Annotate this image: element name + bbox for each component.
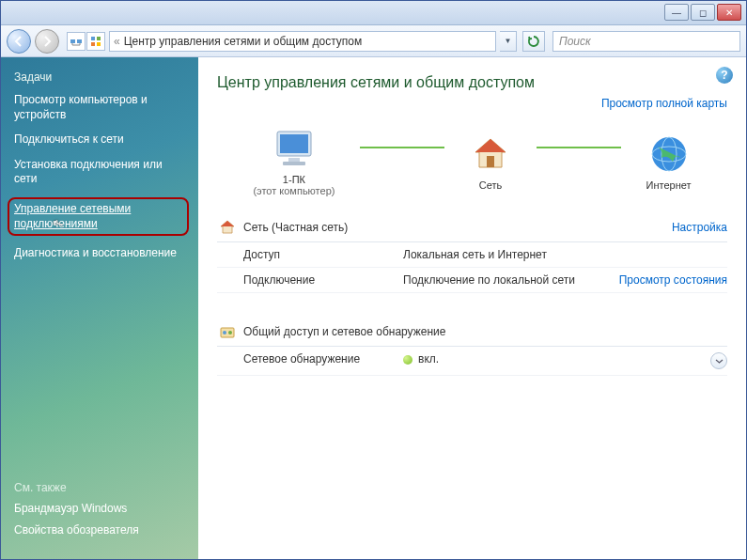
help-icon[interactable]: ?	[716, 67, 733, 84]
close-button[interactable]: ✕	[717, 4, 741, 21]
task-manage-connections[interactable]: Управление сетевыми подключениями ↖	[8, 197, 189, 236]
maximize-button[interactable]: ◻	[691, 4, 715, 21]
view-status-link[interactable]: Просмотр состояния	[619, 273, 727, 287]
refresh-icon	[527, 35, 540, 48]
search-input[interactable]: Поиск	[552, 31, 740, 52]
network-section-title: Сеть (Частная сеть)	[243, 221, 672, 234]
task-setup-connection[interactable]: Установка подключения или сети	[14, 158, 185, 187]
detail-row-discovery: Сетевое обнаружение вкл.	[217, 347, 727, 376]
arrow-right-icon	[41, 36, 53, 47]
pc-label: 1-ПК	[253, 174, 335, 185]
titlebar: — ◻ ✕	[1, 1, 746, 25]
svg-rect-8	[288, 158, 300, 162]
sharing-section-title: Общий доступ и сетевое обнаружение	[243, 325, 727, 338]
house-icon	[470, 131, 511, 178]
connection-value: Подключение по локальной сети	[403, 273, 619, 287]
window-frame: — ◻ ✕ « Центр управления сетями и общим …	[0, 0, 747, 560]
address-bar-text: Центр управления сетями и общим доступом	[124, 35, 363, 48]
svg-rect-4	[91, 42, 95, 46]
see-also-firewall[interactable]: Брандмауэр Windows	[14, 502, 185, 517]
svg-point-16	[228, 331, 232, 334]
minimize-button[interactable]: —	[664, 4, 689, 21]
address-dropdown-button[interactable]: ▼	[500, 31, 517, 52]
network-map: 1-ПК (этот компьютер) Сеть Интернет	[217, 117, 727, 200]
task-connect-network[interactable]: Подключиться к сети	[14, 132, 185, 148]
network-label: Сеть	[470, 179, 511, 191]
chevron-down-icon	[715, 357, 724, 366]
access-label: Доступ	[243, 248, 403, 261]
forward-button[interactable]	[35, 29, 59, 54]
connection-line-2	[537, 147, 621, 148]
sharing-icon	[217, 321, 238, 342]
svg-rect-3	[97, 37, 101, 40]
pc-sublabel: (этот компьютер)	[253, 185, 335, 196]
svg-rect-5	[97, 42, 101, 46]
internet-label: Интернет	[646, 179, 692, 191]
expand-button[interactable]	[710, 352, 727, 369]
discovery-label: Сетевое обнаружение	[243, 352, 403, 369]
sidebar: Задачи Просмотр компьютеров и устройств …	[1, 57, 198, 559]
node-internet: Интернет	[646, 131, 692, 191]
detail-row-access: Доступ Локальная сеть и Интернет	[217, 242, 727, 268]
svg-rect-9	[283, 162, 305, 165]
see-also-section: См. также Брандмауэр Windows Свойства об…	[14, 481, 185, 546]
settings-link[interactable]: Настройка	[672, 221, 727, 234]
network-section-header: Сеть (Частная сеть) Настройка	[217, 213, 727, 242]
house-small-icon	[217, 217, 238, 238]
address-bar[interactable]: « Центр управления сетями и общим доступ…	[109, 31, 496, 52]
node-this-pc: 1-ПК (этот компьютер)	[253, 125, 335, 196]
access-value: Локальная сеть и Интернет	[403, 248, 727, 261]
view-full-map-link[interactable]: Просмотр полной карты	[217, 97, 727, 110]
see-also-internet-options[interactable]: Свойства обозревателя	[14, 523, 185, 538]
detail-row-connection: Подключение Подключение по локальной сет…	[217, 268, 727, 293]
svg-rect-10	[487, 156, 494, 167]
task-view-computers[interactable]: Просмотр компьютеров и устройств	[14, 93, 185, 122]
network-places-icon[interactable]	[67, 32, 86, 51]
toolbar: « Центр управления сетями и общим доступ…	[1, 25, 746, 57]
task-diagnose-repair[interactable]: Диагностика и восстановление	[14, 246, 185, 261]
node-network: Сеть	[470, 131, 511, 191]
connection-label: Подключение	[243, 273, 403, 287]
refresh-button[interactable]	[522, 31, 545, 52]
tasks-heading: Задачи	[14, 70, 185, 84]
control-panel-icon[interactable]	[86, 32, 105, 51]
sharing-section-header: Общий доступ и сетевое обнаружение	[217, 318, 727, 347]
monitor-icon	[253, 125, 335, 172]
arrow-left-icon	[13, 36, 24, 47]
svg-point-15	[223, 331, 226, 334]
breadcrumb-icons	[67, 32, 105, 51]
globe-icon	[646, 131, 692, 178]
svg-rect-1	[77, 39, 82, 43]
connection-line-1	[360, 147, 444, 148]
svg-rect-2	[91, 37, 95, 40]
content-pane: ? Центр управления сетями и общим доступ…	[198, 57, 746, 559]
page-title: Центр управления сетями и общим доступом	[217, 74, 727, 91]
status-on-icon	[403, 355, 412, 365]
svg-rect-0	[70, 39, 75, 43]
svg-rect-7	[280, 134, 308, 153]
see-also-heading: См. также	[14, 481, 185, 494]
search-placeholder: Поиск	[559, 35, 591, 48]
discovery-value: вкл.	[403, 352, 710, 369]
back-button[interactable]	[7, 29, 31, 54]
